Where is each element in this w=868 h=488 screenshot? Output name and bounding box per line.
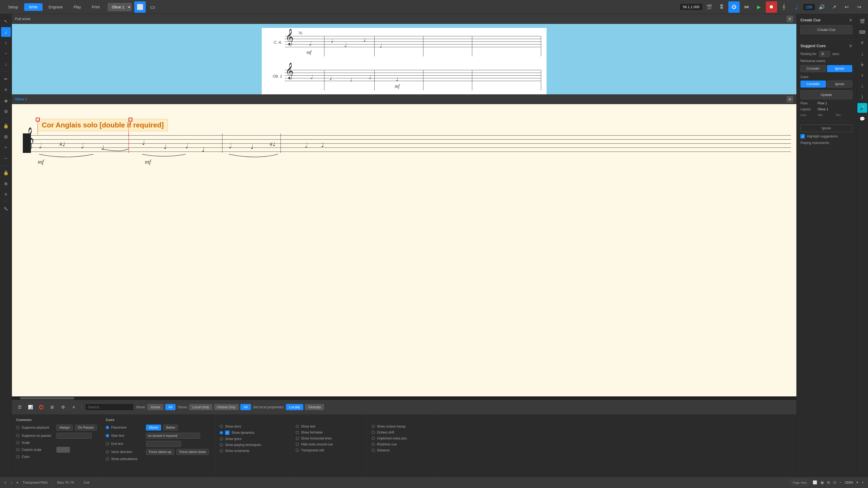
- force-stems-down-btn[interactable]: Force stems down: [176, 449, 209, 455]
- lt-chords[interactable]: ♪: [1, 38, 11, 48]
- rt-icon-4[interactable]: ♩: [858, 49, 867, 59]
- rewind-btn[interactable]: ⏮: [741, 1, 752, 13]
- lt-grid[interactable]: ⊞: [1, 132, 11, 141]
- status-page-view-btn[interactable]: Page View: [790, 480, 809, 485]
- locally-btn[interactable]: Locally: [286, 404, 303, 410]
- show-all-btn-2[interactable]: All: [240, 404, 251, 410]
- show-octave-transp-radio[interactable]: [372, 425, 375, 428]
- show-all-btn-1[interactable]: All: [165, 404, 176, 410]
- suggest-cues-collapse[interactable]: ∨: [849, 43, 852, 48]
- show-slurs-radio[interactable]: [220, 425, 223, 428]
- bt-sliders-icon[interactable]: ⚙: [59, 403, 67, 412]
- lt-ornaments[interactable]: ◈: [1, 96, 11, 105]
- speaker-btn[interactable]: 🔊: [816, 1, 827, 13]
- oboe-add-btn[interactable]: +: [786, 96, 793, 102]
- placement-radio[interactable]: [106, 426, 109, 429]
- show-lyrics-radio[interactable]: [220, 437, 223, 441]
- lt-settings[interactable]: ⚙: [1, 106, 11, 116]
- resting-for-input[interactable]: [819, 51, 830, 57]
- rt-icon-1[interactable]: 🎬: [858, 16, 867, 26]
- voice-direction-radio[interactable]: [106, 450, 109, 454]
- status-menu-btn[interactable]: ≡: [4, 481, 6, 485]
- redo-btn[interactable]: ↪: [854, 1, 865, 13]
- search-input[interactable]: [85, 403, 134, 411]
- show-articulations-radio[interactable]: [106, 457, 109, 461]
- show-dynamics-checkbox[interactable]: ✓: [225, 430, 229, 435]
- lt-arrows[interactable]: ↔: [1, 154, 11, 163]
- suppress-on-passes-radio[interactable]: [16, 434, 20, 437]
- lt-notes[interactable]: ♩: [1, 27, 11, 37]
- above-btn[interactable]: Above: [146, 425, 161, 430]
- show-ornaments-radio[interactable]: [220, 449, 223, 453]
- instrument-select[interactable]: Oboe 1: [108, 3, 131, 11]
- lt-pencil[interactable]: ✏: [1, 74, 11, 84]
- lt-lock[interactable]: 🔒: [1, 121, 11, 131]
- tab-write[interactable]: Write: [24, 3, 42, 11]
- consider-cues-btn[interactable]: Consider: [801, 80, 826, 88]
- status-icon-4[interactable]: ⊡: [833, 480, 836, 485]
- consider-rehearsal-btn[interactable]: Consider: [801, 65, 826, 72]
- play-btn[interactable]: ▶: [753, 1, 765, 13]
- show-text-radio[interactable]: [296, 425, 299, 428]
- force-stems-up-btn[interactable]: Force stems up: [146, 449, 175, 455]
- show-global-only-btn[interactable]: Global Only: [214, 404, 239, 410]
- bt-lasso-icon[interactable]: ⭕: [37, 403, 45, 412]
- show-fermatas-radio[interactable]: [296, 431, 299, 434]
- ignore-rehearsal-btn[interactable]: Ignore: [827, 65, 852, 72]
- suppress-playback-radio[interactable]: [16, 426, 20, 429]
- lt-lines[interactable]: ≡: [1, 85, 11, 95]
- start-text-radio[interactable]: [106, 434, 109, 437]
- on-passes-btn[interactable]: On Passes: [75, 425, 97, 430]
- rt-icon-8[interactable]: ): [858, 92, 867, 102]
- end-text-input[interactable]: [146, 441, 181, 447]
- update-btn[interactable]: Update: [801, 90, 852, 99]
- always-btn[interactable]: Always: [56, 425, 73, 430]
- mixer-btn[interactable]: 🎛: [716, 1, 727, 13]
- globally-btn[interactable]: Globally: [305, 404, 324, 410]
- status-icon-1[interactable]: ⬜: [813, 480, 817, 485]
- ignore-cues-btn[interactable]: Ignore: [827, 80, 852, 88]
- tab-print[interactable]: Print: [87, 3, 104, 11]
- bt-filter-icon[interactable]: ≡: [69, 403, 78, 412]
- status-zoom-dropdown[interactable]: ▾: [856, 480, 858, 485]
- status-zoom-in[interactable]: +: [862, 480, 864, 485]
- bt-chart-icon[interactable]: 📊: [26, 403, 35, 412]
- bt-list-icon[interactable]: ☰: [15, 403, 24, 412]
- rt-icon-2[interactable]: ⌨: [858, 27, 867, 37]
- tab-engrave[interactable]: Engrave: [44, 3, 67, 11]
- metronome-btn[interactable]: 𝄞: [778, 1, 789, 13]
- tab-play[interactable]: Play: [69, 3, 86, 11]
- oboe-scrollbar[interactable]: [12, 396, 796, 400]
- galley-view-btn[interactable]: ▭: [147, 1, 158, 13]
- lt-lock2[interactable]: 🔒: [1, 168, 11, 177]
- lt-add[interactable]: ⊕: [1, 178, 11, 188]
- rt-icon-3[interactable]: #: [858, 38, 867, 48]
- export-btn[interactable]: ↗: [828, 1, 840, 13]
- lt-select[interactable]: ↖: [1, 16, 11, 26]
- hide-rests-radio[interactable]: [296, 443, 299, 446]
- full-score-add-btn[interactable]: +: [786, 16, 793, 22]
- custom-scale-input[interactable]: [56, 447, 70, 453]
- lt-slurs[interactable]: ~: [1, 49, 11, 59]
- unpitched-notes-radio[interactable]: [372, 437, 375, 440]
- frame-select-btn[interactable]: ⬜: [134, 1, 146, 13]
- show-dynamics-radio[interactable]: [220, 431, 223, 434]
- record-btn[interactable]: ⏺: [766, 1, 777, 13]
- status-icon-3[interactable]: ⊞: [827, 480, 830, 485]
- lt-list[interactable]: ≡: [1, 190, 11, 199]
- create-cue-collapse[interactable]: ∨: [849, 18, 852, 23]
- rt-icon-7[interactable]: ↕: [858, 82, 867, 91]
- transposed-clef-radio[interactable]: [296, 449, 299, 452]
- custom-scale-radio[interactable]: [16, 448, 20, 451]
- undo-btn[interactable]: ↩: [841, 1, 852, 13]
- rt-icon-10[interactable]: 💬: [858, 114, 867, 124]
- distance-radio[interactable]: [372, 449, 375, 452]
- start-text-input[interactable]: olo [double if required]: [146, 433, 200, 438]
- status-dropdown[interactable]: ▾: [17, 481, 18, 485]
- show-local-only-btn[interactable]: Local Only: [189, 404, 212, 410]
- scale-radio[interactable]: [16, 441, 20, 444]
- show-active-btn[interactable]: Active: [147, 404, 163, 410]
- camera-btn[interactable]: 🎬: [703, 1, 715, 13]
- status-icon-2[interactable]: ▣: [820, 480, 824, 485]
- highlight-checkbox[interactable]: ✓: [801, 134, 805, 138]
